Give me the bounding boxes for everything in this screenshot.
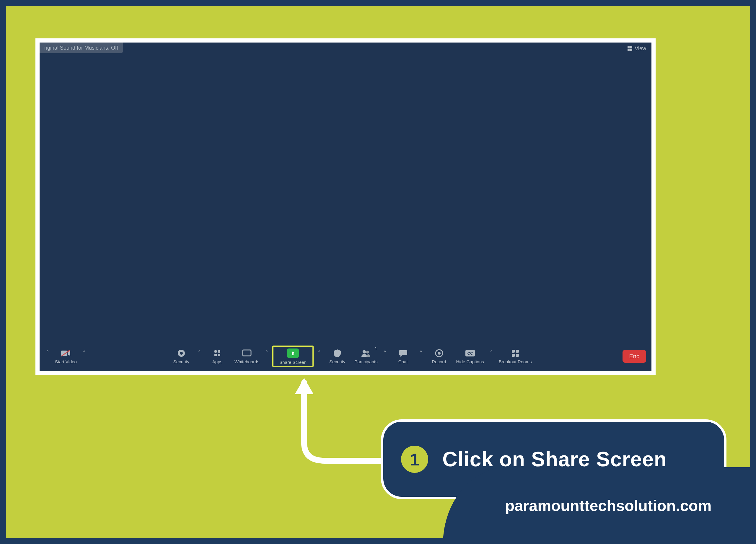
whiteboards-label: Whiteboards: [234, 359, 259, 364]
whiteboards-caret[interactable]: ^: [264, 350, 269, 354]
svg-rect-15: [512, 350, 515, 353]
participants-label: Participants: [354, 359, 377, 364]
chat-label: Chat: [398, 359, 408, 364]
svg-rect-17: [512, 354, 515, 357]
svg-point-12: [438, 352, 441, 355]
shield2-icon: [332, 349, 342, 357]
svg-rect-16: [516, 350, 519, 353]
start-video-label: Start Video: [55, 359, 77, 364]
security-caret[interactable]: ^: [197, 350, 202, 354]
audio-status-text: riginal Sound for Musicians: Off: [44, 45, 118, 51]
start-video-caret[interactable]: ^: [82, 350, 87, 354]
record-icon: [434, 349, 444, 357]
mute-caret[interactable]: ^: [45, 350, 50, 354]
screenshot-frame: riginal Sound for Musicians: Off View ^: [35, 38, 656, 375]
step-number-badge: 1: [401, 446, 428, 473]
svg-rect-7: [218, 354, 220, 356]
security-button[interactable]: Security: [169, 347, 194, 365]
grid-icon: [628, 46, 632, 51]
step-number: 1: [410, 449, 419, 469]
participants-count: 1: [375, 346, 377, 351]
chat-icon: [398, 349, 408, 357]
breakout-rooms-button[interactable]: Breakout Rooms: [497, 347, 534, 365]
whiteboard-icon: [242, 349, 252, 357]
record-button[interactable]: Record: [427, 347, 452, 365]
svg-rect-8: [243, 350, 251, 356]
security2-button[interactable]: Security: [325, 347, 350, 365]
share-screen-icon: [287, 348, 299, 358]
svg-rect-6: [214, 354, 217, 356]
zoom-meeting-window: riginal Sound for Musicians: Off View ^: [40, 43, 651, 371]
whiteboards-button[interactable]: Whiteboards: [233, 347, 261, 365]
captions-icon: CC: [465, 349, 475, 357]
view-toggle[interactable]: View: [628, 45, 646, 52]
view-label: View: [635, 45, 646, 52]
shield-icon: [176, 349, 186, 357]
svg-rect-5: [218, 350, 220, 353]
svg-rect-4: [214, 350, 217, 353]
svg-text:CC: CC: [467, 351, 473, 356]
footer-banner: paramounttechsolution.com: [443, 467, 756, 544]
share-screen-button[interactable]: Share Screen: [272, 346, 314, 367]
end-label: End: [629, 353, 640, 359]
audio-status-pill[interactable]: riginal Sound for Musicians: Off: [40, 43, 123, 53]
apps-label: Apps: [212, 359, 222, 364]
apps-icon: [212, 349, 222, 357]
zoom-toolbar: ^ Start Video ^: [40, 344, 651, 371]
share-screen-label: Share Screen: [279, 360, 307, 365]
start-video-button[interactable]: Start Video: [53, 347, 79, 365]
svg-point-9: [363, 350, 366, 353]
breakout-icon: [510, 349, 520, 357]
hide-captions-label: Hide Captions: [456, 359, 484, 364]
share-screen-caret[interactable]: ^: [317, 350, 322, 354]
chat-caret[interactable]: ^: [418, 350, 424, 354]
participants-caret[interactable]: ^: [382, 350, 388, 354]
chat-button[interactable]: Chat: [391, 347, 416, 365]
breakout-rooms-label: Breakout Rooms: [499, 359, 532, 364]
svg-rect-18: [516, 354, 519, 357]
hide-captions-caret[interactable]: ^: [489, 350, 494, 354]
footer-url: paramounttechsolution.com: [505, 497, 711, 514]
participants-button[interactable]: 1 Participants: [353, 347, 379, 365]
security2-label: Security: [329, 359, 345, 364]
tutorial-slide: riginal Sound for Musicians: Off View ^: [0, 0, 756, 544]
end-meeting-button[interactable]: End: [623, 350, 646, 363]
svg-point-3: [180, 352, 183, 355]
security-label: Security: [173, 359, 189, 364]
callout-arrow: [289, 378, 396, 473]
participants-icon: [361, 349, 371, 357]
video-icon: [61, 349, 71, 357]
apps-button[interactable]: Apps: [205, 347, 230, 365]
svg-point-10: [366, 351, 369, 353]
record-label: Record: [432, 359, 446, 364]
hide-captions-button[interactable]: CC Hide Captions: [454, 347, 486, 365]
